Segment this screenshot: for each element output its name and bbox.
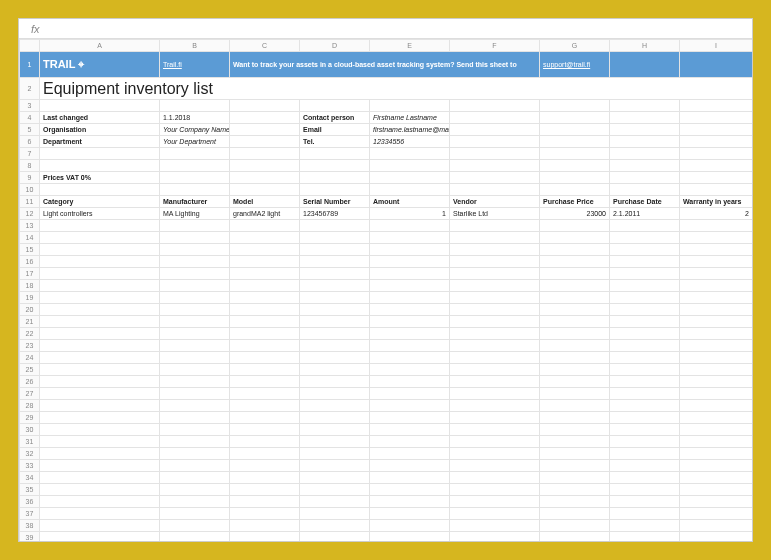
cell[interactable] xyxy=(160,412,230,424)
cell[interactable] xyxy=(540,400,610,412)
cell[interactable] xyxy=(680,100,753,112)
cell[interactable] xyxy=(680,280,753,292)
cell[interactable] xyxy=(450,352,540,364)
sheet[interactable]: ABCDEFGHI 1TRAIL⌖Trail.fiWant to track y… xyxy=(19,39,752,541)
cell[interactable] xyxy=(160,352,230,364)
cell[interactable] xyxy=(160,340,230,352)
cell[interactable] xyxy=(40,304,160,316)
cell[interactable] xyxy=(610,280,680,292)
cell[interactable] xyxy=(450,232,540,244)
cell[interactable] xyxy=(680,532,753,542)
cell[interactable] xyxy=(40,508,160,520)
cell[interactable] xyxy=(610,352,680,364)
cell-date[interactable]: 2.1.2011 xyxy=(610,208,680,220)
cell[interactable] xyxy=(40,496,160,508)
cell[interactable] xyxy=(450,268,540,280)
row-header[interactable]: 16 xyxy=(20,256,40,268)
cell[interactable] xyxy=(540,376,610,388)
cell[interactable] xyxy=(540,448,610,460)
cell[interactable] xyxy=(680,112,753,124)
cell[interactable] xyxy=(450,172,540,184)
cell[interactable] xyxy=(370,352,450,364)
cell[interactable] xyxy=(230,508,300,520)
cell[interactable] xyxy=(540,136,610,148)
cell[interactable] xyxy=(610,376,680,388)
cell[interactable] xyxy=(230,340,300,352)
cell[interactable] xyxy=(540,256,610,268)
cell[interactable] xyxy=(450,400,540,412)
cell[interactable] xyxy=(300,328,370,340)
cell[interactable] xyxy=(680,376,753,388)
trail-link[interactable]: Trail.fi xyxy=(163,61,182,68)
cell[interactable] xyxy=(610,388,680,400)
cell[interactable] xyxy=(610,112,680,124)
cell[interactable] xyxy=(300,268,370,280)
col-serial[interactable]: Serial Number xyxy=(300,196,370,208)
email-value[interactable]: firstname.lastname@mail.com xyxy=(370,124,450,136)
cell[interactable] xyxy=(40,328,160,340)
cell[interactable] xyxy=(450,460,540,472)
cell[interactable] xyxy=(680,232,753,244)
cell[interactable] xyxy=(300,508,370,520)
cell[interactable] xyxy=(300,184,370,196)
row-header[interactable]: 36 xyxy=(20,496,40,508)
cell[interactable] xyxy=(450,220,540,232)
row-header[interactable]: 35 xyxy=(20,484,40,496)
cell[interactable] xyxy=(540,424,610,436)
cell[interactable] xyxy=(450,436,540,448)
cell[interactable] xyxy=(610,436,680,448)
cell[interactable] xyxy=(370,304,450,316)
row-header[interactable]: 14 xyxy=(20,232,40,244)
cell[interactable] xyxy=(40,460,160,472)
cell[interactable] xyxy=(450,520,540,532)
cell[interactable] xyxy=(680,148,753,160)
cell[interactable] xyxy=(160,532,230,542)
cell-amount[interactable]: 1 xyxy=(370,208,450,220)
cell[interactable] xyxy=(450,532,540,542)
row-header[interactable]: 24 xyxy=(20,352,40,364)
cell[interactable] xyxy=(40,292,160,304)
cell[interactable] xyxy=(160,448,230,460)
cell[interactable] xyxy=(40,160,160,172)
dept-label[interactable]: Department xyxy=(40,136,160,148)
cell[interactable] xyxy=(450,304,540,316)
cell[interactable] xyxy=(40,148,160,160)
cell-serial[interactable]: 123456789 xyxy=(300,208,370,220)
cell[interactable] xyxy=(450,292,540,304)
row-header[interactable]: 27 xyxy=(20,388,40,400)
cell[interactable] xyxy=(370,412,450,424)
cell[interactable] xyxy=(40,484,160,496)
row-header[interactable]: 2 xyxy=(20,78,40,100)
cell[interactable] xyxy=(680,472,753,484)
cell[interactable] xyxy=(370,268,450,280)
cell[interactable] xyxy=(680,352,753,364)
cell[interactable] xyxy=(540,352,610,364)
cell[interactable] xyxy=(160,520,230,532)
cell[interactable] xyxy=(610,304,680,316)
cell[interactable] xyxy=(450,256,540,268)
cell[interactable] xyxy=(230,448,300,460)
cell[interactable] xyxy=(540,436,610,448)
cell[interactable] xyxy=(540,496,610,508)
cell[interactable] xyxy=(230,328,300,340)
cell[interactable] xyxy=(610,136,680,148)
cell[interactable] xyxy=(680,400,753,412)
cell[interactable] xyxy=(450,100,540,112)
cell[interactable] xyxy=(540,520,610,532)
cell[interactable] xyxy=(300,448,370,460)
col-header-D[interactable]: D xyxy=(300,40,370,52)
cell[interactable] xyxy=(230,424,300,436)
cell[interactable] xyxy=(40,412,160,424)
cell[interactable] xyxy=(450,316,540,328)
cell[interactable] xyxy=(610,400,680,412)
cell[interactable] xyxy=(610,532,680,542)
cell[interactable] xyxy=(160,160,230,172)
cell[interactable] xyxy=(300,364,370,376)
row-header[interactable]: 18 xyxy=(20,280,40,292)
cell[interactable] xyxy=(450,472,540,484)
cell[interactable] xyxy=(610,172,680,184)
cell[interactable] xyxy=(40,436,160,448)
cell[interactable] xyxy=(370,460,450,472)
cell[interactable] xyxy=(300,520,370,532)
cell[interactable] xyxy=(160,364,230,376)
